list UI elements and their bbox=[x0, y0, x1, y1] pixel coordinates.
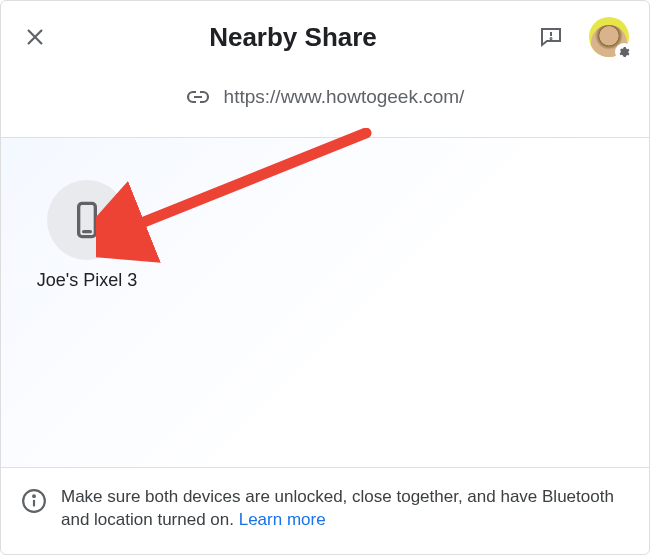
learn-more-link[interactable]: Learn more bbox=[239, 510, 326, 529]
gear-icon bbox=[615, 43, 633, 61]
link-icon bbox=[186, 85, 210, 109]
footer-info: Make sure both devices are unlocked, clo… bbox=[1, 468, 649, 554]
feedback-button[interactable] bbox=[537, 23, 565, 51]
account-avatar[interactable] bbox=[589, 17, 629, 57]
phone-icon bbox=[47, 180, 127, 260]
close-icon bbox=[24, 26, 46, 48]
svg-line-8 bbox=[124, 133, 366, 230]
footer-text: Make sure both devices are unlocked, clo… bbox=[61, 486, 629, 532]
info-icon bbox=[21, 488, 47, 514]
svg-point-11 bbox=[33, 495, 35, 497]
device-item[interactable]: Joe's Pixel 3 bbox=[27, 180, 147, 291]
svg-point-3 bbox=[551, 38, 552, 39]
header: Nearby Share bbox=[1, 1, 649, 65]
footer-message: Make sure both devices are unlocked, clo… bbox=[61, 487, 614, 529]
device-label: Joe's Pixel 3 bbox=[37, 270, 138, 291]
page-title: Nearby Share bbox=[61, 22, 525, 53]
share-content-row: https://www.howtogeek.com/ bbox=[1, 65, 649, 137]
nearby-share-sheet: Nearby Share https://www.howtog bbox=[0, 0, 650, 555]
close-button[interactable] bbox=[21, 23, 49, 51]
devices-list: Joe's Pixel 3 bbox=[1, 137, 649, 468]
share-url-text: https://www.howtogeek.com/ bbox=[224, 86, 465, 108]
feedback-icon bbox=[539, 25, 563, 49]
